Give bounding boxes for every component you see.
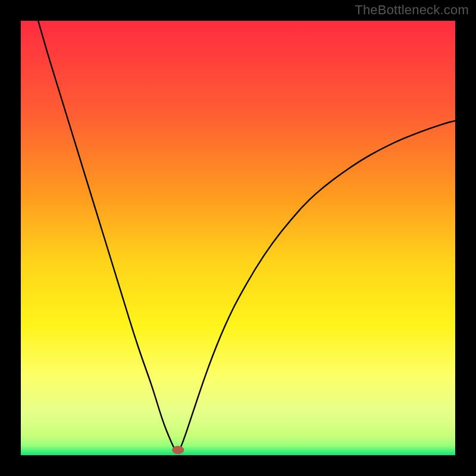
- watermark-text: TheBottleneck.com: [355, 2, 469, 18]
- optimal-point-marker: [172, 446, 184, 454]
- chart-frame: TheBottleneck.com: [0, 0, 476, 476]
- bottleneck-chart: [21, 21, 455, 455]
- chart-background: [21, 21, 455, 455]
